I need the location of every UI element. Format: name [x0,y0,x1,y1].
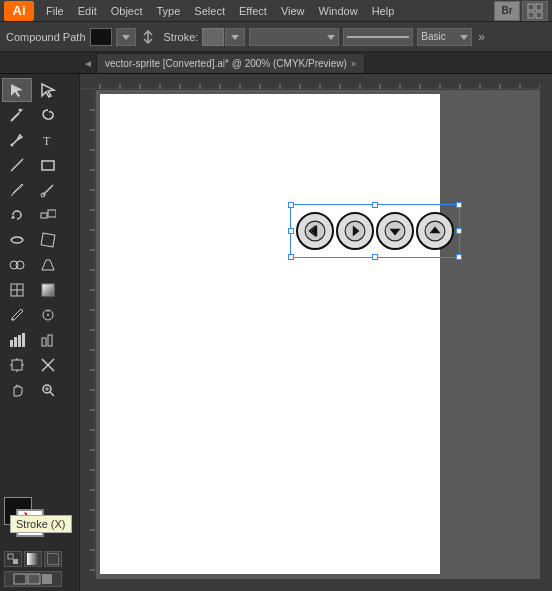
svg-rect-34 [10,340,13,347]
artboard-icon [9,357,25,373]
selection-group[interactable] [290,204,460,258]
bar-graph-tool[interactable] [33,328,63,352]
color-mode-button[interactable] [4,551,22,567]
select-tool[interactable] [2,78,32,102]
svg-rect-38 [42,338,46,346]
perspective-tool[interactable] [33,253,63,277]
magic-wand-tool[interactable] [2,103,32,127]
gradient-tool[interactable] [33,278,63,302]
svg-marker-19 [11,215,15,219]
handle-top-middle[interactable] [372,202,378,208]
mesh-icon [9,282,25,298]
menu-file[interactable]: File [40,3,70,19]
pen-tool[interactable] [2,128,32,152]
mesh-tool[interactable] [2,278,32,302]
handle-top-left[interactable] [288,202,294,208]
tab-bar: ◄ vector-sprite [Converted].ai* @ 200% (… [0,52,552,74]
basic-select[interactable]: Basic [417,28,472,46]
lasso-tool[interactable] [33,103,63,127]
menu-edit[interactable]: Edit [72,3,103,19]
svg-rect-58 [42,574,52,584]
rotate-tool[interactable] [2,203,32,227]
menu-bar: Ai File Edit Object Type Select Effect V… [0,0,552,22]
stroke-color-swatch[interactable] [202,28,224,46]
stroke-line-display[interactable] [343,28,413,46]
type-tool[interactable]: T [33,128,63,152]
warp-tool[interactable] [2,228,32,252]
type-icon: T [40,132,56,148]
more-options-icon[interactable]: » [478,30,485,44]
handle-middle-left[interactable] [288,228,294,234]
screen-mode-icon [13,573,53,585]
handle-bottom-right[interactable] [456,254,462,260]
arrow-down-icon [376,212,414,250]
paintbrush-tool[interactable] [2,178,32,202]
menu-object[interactable]: Object [105,3,149,19]
paintbrush-icon [9,182,25,198]
slice-tool[interactable] [33,353,63,377]
handle-bottom-middle[interactable] [372,254,378,260]
svg-rect-0 [528,4,534,10]
none-mode-icon [47,553,59,565]
main-area: T [0,74,552,591]
eyedropper-icon [9,307,25,323]
svg-rect-29 [42,284,54,296]
menu-view[interactable]: View [275,3,311,19]
rectangle-tool[interactable] [33,153,63,177]
menu-window[interactable]: Window [313,3,364,19]
handle-middle-right[interactable] [456,228,462,234]
free-transform-icon [40,232,56,248]
handle-bottom-left[interactable] [288,254,294,260]
ruler-v-marks [80,90,96,579]
path-type-label: Compound Path [6,31,86,43]
direct-select-tool[interactable] [33,78,63,102]
slice-icon [40,357,56,373]
menu-help[interactable]: Help [366,3,401,19]
horizontal-scrollbar[interactable] [80,579,552,591]
svg-marker-6 [327,35,335,40]
svg-rect-3 [536,12,542,18]
arrow-left-icon [296,212,334,250]
measure-tool[interactable] [33,303,63,327]
none-mode-button[interactable] [44,551,62,567]
vertical-scrollbar[interactable] [540,74,552,579]
hand-tool[interactable] [2,378,32,402]
br-button[interactable]: Br [494,1,520,21]
arrow-select-icon [9,82,25,98]
tab-title: vector-sprite [Converted].ai* @ 200% (CM… [105,58,347,69]
stroke-profile-select[interactable] [249,28,339,46]
scale-tool[interactable] [33,203,63,227]
tab-close-button[interactable]: × [351,59,356,69]
gradient-mode-button[interactable] [24,551,42,567]
svg-rect-56 [14,574,26,584]
shape-builder-tool[interactable] [2,253,32,277]
eyedropper-tool[interactable] [2,303,32,327]
menu-effect[interactable]: Effect [233,3,273,19]
pencil-tool[interactable] [33,178,63,202]
svg-marker-4 [122,35,130,40]
workspace-button[interactable] [522,1,548,21]
basic-label: Basic [421,31,459,42]
tab-collapse-button[interactable]: ◄ [80,53,96,73]
zoom-tool[interactable] [33,378,63,402]
menu-select[interactable]: Select [188,3,231,19]
stroke-line-visual [347,36,409,38]
canvas-paper [100,94,440,574]
left-toolbar: T [0,74,80,591]
stroke-options-button[interactable] [225,28,245,46]
screen-mode-button[interactable] [4,571,62,587]
document-tab[interactable]: vector-sprite [Converted].ai* @ 200% (CM… [96,53,365,73]
fill-color-swatch[interactable] [90,28,112,46]
ai-logo: Ai [4,1,34,21]
svg-text:T: T [43,134,51,148]
graph-tool[interactable] [2,328,32,352]
svg-marker-7 [460,35,468,40]
fill-options-button[interactable] [116,28,136,46]
free-transform-tool[interactable] [33,228,63,252]
svg-point-24 [16,261,24,269]
grid-icon [527,3,543,19]
menu-type[interactable]: Type [151,3,187,19]
handle-top-right[interactable] [456,202,462,208]
artboard-tool[interactable] [2,353,32,377]
line-tool[interactable] [2,153,32,177]
